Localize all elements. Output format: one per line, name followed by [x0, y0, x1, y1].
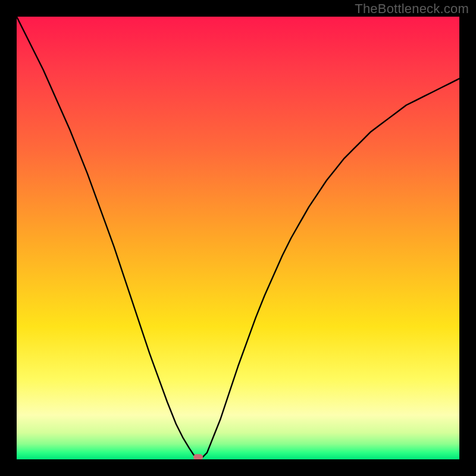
optimal-point-marker	[193, 454, 203, 459]
plot-area	[17, 17, 459, 459]
bottleneck-chart-svg	[17, 17, 459, 459]
watermark-text: TheBottleneck.com	[355, 1, 469, 17]
plot-background	[17, 17, 459, 459]
